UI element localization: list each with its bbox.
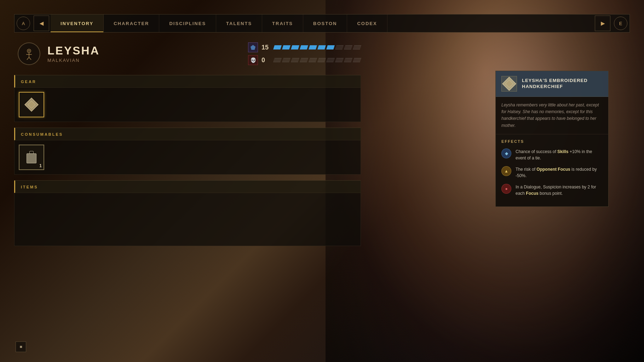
gear-slot-1[interactable] (19, 92, 44, 117)
effect-row-1: ◆ Chance of success of Skills +10% in th… (501, 148, 603, 161)
health-icon: 💀 (250, 57, 256, 63)
tooltip-title: LEYSHA'S EMBROIDERED HANDKERCHIEF (522, 78, 603, 90)
svg-point-5 (28, 50, 30, 52)
tooltip-description: Leysha remembers very little about her p… (496, 97, 608, 134)
xp-pip-8 (344, 45, 352, 49)
tab-traits[interactable]: TRAITS (262, 14, 303, 32)
hp-pip-0 (273, 58, 282, 62)
svg-line-4 (29, 57, 31, 60)
xp-pip-5 (317, 45, 326, 49)
health-value: 0 (261, 57, 270, 64)
xp-badge (248, 42, 258, 52)
effect-row-3: ● In a Dialogue, Suspicion increases by … (501, 184, 603, 197)
effect-icon-2: ▲ (501, 166, 511, 176)
effect-text-2: The risk of Opponent Focus is reduced by… (516, 166, 603, 179)
hp-pip-8 (344, 58, 352, 62)
consumable-count: 1 (39, 163, 42, 168)
nav-tabs: INVENTORY CHARACTER DISCIPLINES TALENTS … (51, 14, 593, 32)
hp-pip-1 (282, 58, 291, 62)
consumables-title: CONSUMABLES (21, 132, 63, 136)
health-row: 💀 0 (248, 55, 361, 65)
consumable-slot-1[interactable]: 1 (19, 145, 44, 170)
gear-title: GEAR (21, 80, 36, 84)
tooltip-item-icon (501, 76, 517, 92)
hp-pip-6 (326, 58, 335, 62)
xp-icon (251, 45, 255, 50)
hp-pip-9 (353, 58, 361, 62)
xp-row: 15 (248, 42, 361, 52)
handkerchief-icon (25, 98, 38, 111)
xp-pip-7 (335, 45, 344, 49)
char-stats: 15 💀 0 (248, 42, 361, 65)
bag-handle (29, 151, 34, 154)
tab-boston[interactable]: BOSTON (303, 14, 347, 32)
consumables-header: CONSUMABLES (14, 128, 361, 140)
bottom-btn-icon: ■ (19, 344, 22, 349)
hp-pip-2 (291, 58, 299, 62)
hp-pip-7 (335, 58, 344, 62)
effect-icon-1: ◆ (501, 148, 511, 158)
tab-talents[interactable]: TALENTS (216, 14, 262, 32)
effect-icon-3: ● (501, 184, 511, 194)
tab-disciplines[interactable]: DISCIPLINES (159, 14, 216, 32)
bag-icon (25, 150, 38, 164)
items-body (14, 193, 361, 246)
consumables-section: CONSUMABLES 1 (14, 128, 361, 175)
hp-pip-5 (317, 58, 326, 62)
char-header: LEYSHA MALKAVIAN 15 💀 0 (14, 42, 361, 65)
gear-header: GEAR (14, 75, 361, 88)
items-section: ITEMS (14, 180, 361, 246)
hp-pip-3 (300, 58, 308, 62)
consumables-body: 1 (14, 140, 361, 175)
tooltip-header: LEYSHA'S EMBROIDERED HANDKERCHIEF (496, 71, 608, 97)
tab-inventory[interactable]: INVENTORY (51, 14, 104, 32)
xp-pip-4 (309, 45, 317, 49)
effect-text-1: Chance of success of Skills +10% in the … (516, 148, 603, 161)
health-pips (274, 58, 361, 62)
items-header: ITEMS (14, 180, 361, 193)
items-title: ITEMS (21, 185, 38, 189)
nav-right-arrow[interactable]: ▶ (595, 16, 610, 31)
tab-codex[interactable]: CODEX (347, 14, 387, 32)
xp-pip-0 (273, 45, 282, 49)
bag-body (27, 153, 36, 163)
xp-value: 15 (261, 44, 270, 51)
hp-pip-4 (309, 58, 317, 62)
nav-right-btn[interactable]: E (614, 17, 627, 30)
nav-bar: A ◀ INVENTORY CHARACTER DISCIPLINES TALE… (14, 14, 630, 33)
nav-left-btn[interactable]: A (17, 17, 30, 30)
effect-row-2: ▲ The risk of Opponent Focus is reduced … (501, 166, 603, 179)
main-content: LEYSHA MALKAVIAN 15 💀 0 (14, 42, 361, 252)
char-class: MALKAVIAN (47, 58, 248, 63)
effects-label: EFFECTS (501, 139, 603, 144)
gear-body (14, 88, 361, 122)
health-badge: 💀 (248, 55, 258, 65)
char-icon (18, 42, 40, 65)
xp-pip-6 (326, 45, 335, 49)
xp-pip-2 (291, 45, 299, 49)
xp-pip-3 (300, 45, 308, 49)
char-name: LEYSHA (47, 45, 248, 56)
tab-character[interactable]: CHARACTER (104, 14, 159, 32)
xp-pips (274, 45, 361, 49)
tooltip-effects: EFFECTS ◆ Chance of success of Skills +1… (496, 134, 608, 206)
xp-pip-1 (282, 45, 291, 49)
bottom-action-btn[interactable]: ■ (16, 341, 26, 352)
tooltip-handkerchief-icon (503, 77, 516, 90)
char-info: LEYSHA MALKAVIAN (47, 45, 248, 63)
svg-line-3 (27, 57, 29, 60)
nav-left-arrow[interactable]: ◀ (34, 16, 49, 31)
tooltip-panel: LEYSHA'S EMBROIDERED HANDKERCHIEF Leysha… (495, 71, 609, 207)
effect-text-3: In a Dialogue, Suspicion increases by 2 … (516, 184, 603, 197)
xp-pip-9 (353, 45, 361, 49)
gear-section: GEAR (14, 75, 361, 122)
